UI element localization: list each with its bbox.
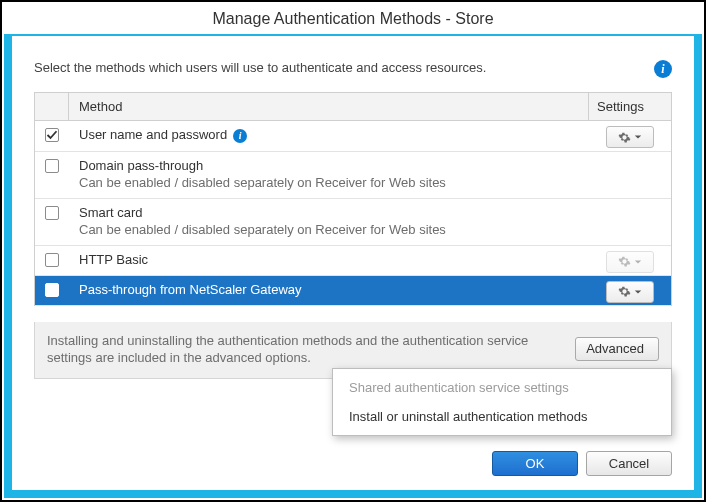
methods-table: Method Settings User name and passwordiD… [34, 92, 672, 306]
info-icon[interactable]: i [654, 60, 672, 78]
info-icon[interactable]: i [233, 129, 247, 143]
table-row[interactable]: Pass-through from NetScaler Gateway [35, 276, 671, 306]
method-name: Pass-through from NetScaler Gateway [79, 282, 302, 297]
method-checkbox[interactable] [45, 128, 59, 142]
method-checkbox[interactable] [45, 253, 59, 267]
window-frame: Manage Authentication Methods - Store Se… [0, 0, 706, 502]
method-name: HTTP Basic [79, 252, 148, 267]
settings-button[interactable] [606, 281, 654, 303]
settings-button [606, 251, 654, 273]
ok-button[interactable]: OK [492, 451, 578, 476]
cancel-button[interactable]: Cancel [586, 451, 672, 476]
method-subtext: Can be enabled / disabled separately on … [79, 175, 579, 190]
intro-text: Select the methods which users will use … [34, 60, 654, 75]
settings-button[interactable] [606, 126, 654, 148]
client-area: Select the methods which users will use … [12, 36, 694, 490]
menu-item: Shared authentication service settings [333, 373, 671, 402]
cancel-label: Cancel [609, 456, 649, 471]
table-header: Method Settings [35, 93, 671, 121]
advanced-description: Installing and uninstalling the authenti… [47, 332, 575, 366]
menu-item[interactable]: Install or uninstall authentication meth… [333, 402, 671, 431]
chevron-down-icon [634, 258, 642, 266]
table-row[interactable]: User name and passwordi [35, 121, 671, 152]
gear-icon [618, 131, 631, 144]
method-name: User name and password [79, 127, 227, 142]
method-name: Smart card [79, 205, 143, 220]
advanced-menu: Shared authentication service settingsIn… [332, 368, 672, 436]
ok-label: OK [526, 456, 545, 471]
table-row[interactable]: HTTP Basic [35, 246, 671, 276]
advanced-label: Advanced [586, 341, 644, 356]
gear-icon [618, 285, 631, 298]
method-checkbox[interactable] [45, 283, 59, 297]
col-method: Method [69, 93, 589, 120]
col-settings: Settings [589, 93, 671, 120]
title-bar: Manage Authentication Methods - Store [4, 4, 702, 34]
method-name: Domain pass-through [79, 158, 203, 173]
method-checkbox[interactable] [45, 159, 59, 173]
table-row[interactable]: Smart cardCan be enabled / disabled sepa… [35, 199, 671, 246]
method-checkbox[interactable] [45, 206, 59, 220]
advanced-button[interactable]: Advanced [575, 337, 659, 361]
method-subtext: Can be enabled / disabled separately on … [79, 222, 579, 237]
dialog-button-row: OK Cancel [492, 451, 672, 476]
table-row[interactable]: Domain pass-throughCan be enabled / disa… [35, 152, 671, 199]
window-chrome: Manage Authentication Methods - Store Se… [4, 4, 702, 498]
chevron-down-icon [634, 288, 642, 296]
chevron-down-icon [634, 133, 642, 141]
gear-icon [618, 255, 631, 268]
window-title: Manage Authentication Methods - Store [212, 10, 493, 28]
